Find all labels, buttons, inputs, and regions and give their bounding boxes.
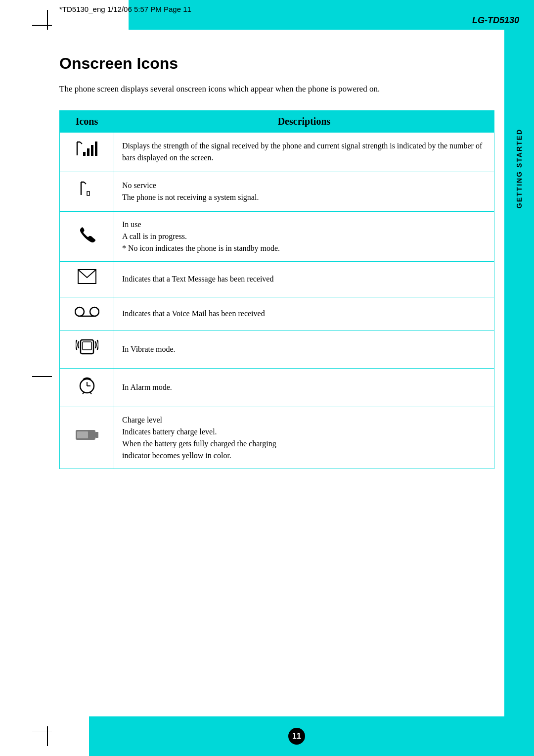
svg-rect-6	[95, 142, 97, 156]
table-row: In use A call is in progress. * No icon …	[60, 211, 494, 261]
battery-icon	[60, 407, 114, 469]
svg-rect-16	[83, 342, 91, 350]
crop-mark-bl-v	[47, 726, 48, 746]
crop-mark-tl-h	[32, 25, 52, 26]
table-row: Indicates that a Voice Mail has been rec…	[60, 297, 494, 331]
brand-title: LG-TD5130	[472, 15, 519, 26]
battery-line1: Charge level	[122, 414, 486, 426]
page-number: 11	[288, 728, 305, 745]
svg-line-20	[83, 392, 84, 394]
signal-bars-svg	[73, 140, 100, 159]
battery-line2: Indicates battery charge level.	[122, 426, 486, 438]
battery-line3: When the battery gets fully charged the …	[122, 438, 486, 450]
sidebar-label: GETTING STARTED	[515, 129, 523, 208]
table-row: Indicates that a Text Message has been r…	[60, 261, 494, 297]
in-use-line1: In use	[122, 219, 486, 231]
svg-line-21	[90, 392, 91, 394]
alarm-svg	[78, 376, 96, 394]
table-row: In Alarm mode.	[60, 368, 494, 407]
signal-strength-desc: Displays the strength of the signal rece…	[114, 132, 494, 172]
no-service-line2: The phone is not receiving a system sign…	[122, 193, 259, 201]
right-sidebar: GETTING STARTED	[504, 30, 534, 756]
top-bar: LG-TD5130	[129, 0, 534, 30]
svg-line-2	[80, 142, 82, 144]
svg-rect-23	[95, 432, 98, 438]
envelope-svg	[77, 269, 97, 284]
col-icons-header: Icons	[60, 110, 114, 132]
svg-point-13	[90, 307, 99, 316]
intro-text: The phone screen displays several onscre…	[59, 83, 494, 95]
svg-rect-5	[91, 145, 93, 156]
svg-rect-10	[87, 191, 89, 195]
alarm-desc: In Alarm mode.	[114, 368, 494, 407]
no-service-icon	[60, 172, 114, 211]
vibrate-icon	[60, 331, 114, 368]
icons-table: Icons Descriptions	[59, 110, 494, 469]
sidebar-label-container: GETTING STARTED	[504, 129, 534, 208]
vibrate-desc: In Vibrate mode.	[114, 331, 494, 368]
svg-line-9	[84, 182, 86, 184]
in-use-line2: A call is in progress.	[122, 231, 486, 242]
no-service-desc: No service The phone is not receiving a …	[114, 172, 494, 211]
col-desc-header: Descriptions	[114, 110, 494, 132]
battery-line4: indicator becomes yellow in color.	[122, 451, 231, 460]
table-row: In Vibrate mode.	[60, 331, 494, 368]
svg-rect-24	[77, 431, 88, 438]
bottom-bar: 11	[89, 716, 504, 756]
crop-mark-ml-h	[32, 376, 52, 377]
table-header-row: Icons Descriptions	[60, 110, 494, 132]
crop-mark-tl-v	[47, 10, 48, 30]
in-use-line3: * No icon indicates the phone is in stan…	[122, 244, 280, 252]
main-content: Onscreen Icons The phone screen displays…	[59, 40, 494, 469]
voice-mail-icon	[60, 297, 114, 331]
table-row: Charge level Indicates battery charge le…	[60, 407, 494, 469]
text-message-icon	[60, 261, 114, 297]
vibrate-svg	[76, 338, 98, 356]
svg-point-12	[75, 307, 84, 316]
svg-rect-4	[87, 148, 89, 156]
battery-svg	[75, 427, 99, 443]
in-use-icon	[60, 211, 114, 261]
in-use-desc: In use A call is in progress. * No icon …	[114, 211, 494, 261]
svg-rect-3	[83, 152, 86, 156]
text-message-desc: Indicates that a Text Message has been r…	[114, 261, 494, 297]
no-service-svg	[77, 179, 97, 199]
table-row: No service The phone is not receiving a …	[60, 172, 494, 211]
signal-strength-icon	[60, 132, 114, 172]
header-print-info: *TD5130_eng 1/12/06 5:57 PM Page 11	[59, 5, 191, 13]
table-row: Displays the strength of the signal rece…	[60, 132, 494, 172]
crop-mark-bl-h	[32, 731, 52, 732]
alarm-icon	[60, 368, 114, 407]
voicemail-svg	[75, 305, 99, 318]
phone-svg	[78, 225, 96, 242]
battery-desc: Charge level Indicates battery charge le…	[114, 407, 494, 469]
page-title: Onscreen Icons	[59, 54, 494, 73]
no-service-line1: No service	[122, 180, 486, 191]
voice-mail-desc: Indicates that a Voice Mail has been rec…	[114, 297, 494, 331]
